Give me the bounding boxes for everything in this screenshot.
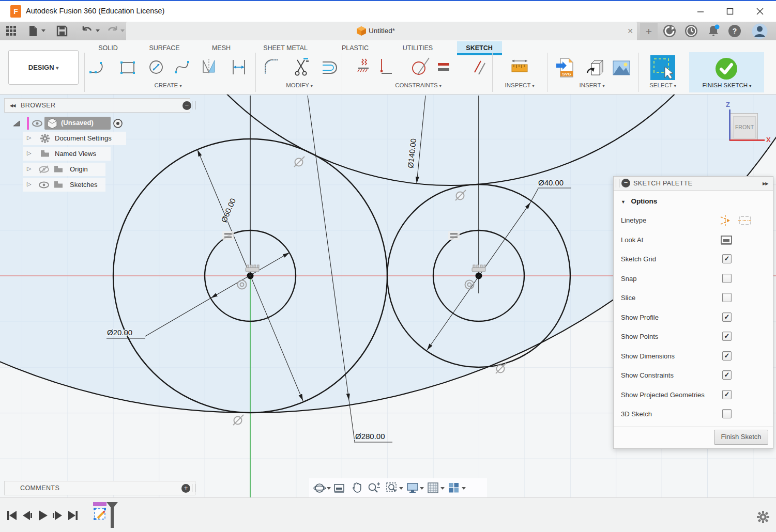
trim-tool-icon[interactable] [293,56,310,79]
sketch-grid-checkbox[interactable]: ✓ [722,254,732,263]
tab-plastic[interactable]: PLASTIC [342,42,369,54]
close-button[interactable] [755,6,765,17]
snap-checkbox[interactable] [722,274,732,283]
timeline-go-to-start-button[interactable] [6,510,18,521]
viewcube[interactable]: FRONT Z X [719,98,775,147]
show-dimensions-checkbox[interactable]: ✓ [722,351,732,361]
look-at-plane-icon[interactable] [720,233,733,246]
group-finish-sketch[interactable]: FINISH SKETCH ▾ [703,82,752,88]
tab-utilities[interactable]: UTILITIES [403,42,433,54]
minimize-button[interactable] [695,6,706,17]
job-status-icon[interactable] [684,24,698,38]
app-grid-icon[interactable] [5,25,18,37]
offset-tool-icon[interactable] [321,56,339,79]
group-insert[interactable]: INSERT ▾ [580,82,605,88]
tab-close-icon[interactable]: ✕ [626,26,635,36]
insert-svg-icon[interactable]: SVG [555,56,576,80]
browser-grip[interactable] [192,101,195,109]
pan-icon[interactable] [351,481,363,494]
palette-minimize-icon[interactable]: − [621,179,630,187]
sketch-dimension-icon[interactable] [230,56,248,79]
timeline-step-back-button[interactable] [22,510,33,521]
equal-constraint-icon[interactable] [448,231,460,240]
browser-row-origin[interactable]: ▷ Origin [23,163,105,176]
grid-settings-icon[interactable] [427,482,439,494]
centerline-linetype-icon[interactable] [738,214,752,227]
root-label[interactable]: (Unsaved) [61,119,94,127]
options-section-header[interactable]: ▼ Options [621,196,766,207]
user-avatar[interactable] [752,23,768,39]
comments-grip[interactable] [192,484,195,492]
group-inspect[interactable]: INSPECT ▾ [505,82,535,88]
redo-caret[interactable] [120,29,125,32]
finish-sketch-button[interactable]: Finish Sketch [714,430,768,445]
save-icon[interactable] [56,25,68,37]
group-constraints[interactable]: CONSTRAINTS ▾ [395,82,442,88]
zoom-window-caret[interactable] [399,487,403,490]
select-tool-icon[interactable] [649,54,676,81]
row-label[interactable]: Named Views [55,150,96,158]
viewports-icon[interactable] [448,482,460,494]
help-icon[interactable]: ? [728,24,741,38]
new-tab-button[interactable]: + [640,23,658,40]
visibility-off-eye-icon[interactable] [38,165,50,174]
maximize-button[interactable] [725,6,735,17]
show-points-checkbox[interactable]: ✓ [722,332,732,341]
spline-tool-icon[interactable] [173,56,191,79]
visibility-eye-icon[interactable] [39,181,49,190]
group-create[interactable]: CREATE ▾ [154,82,181,88]
group-modify[interactable]: MODIFY ▾ [286,82,313,88]
tangent-constraint-tool-icon[interactable] [406,56,431,79]
row-label[interactable]: Sketches [70,181,97,189]
display-settings-caret[interactable] [420,487,424,490]
show-projected-geometries-checkbox[interactable]: ✓ [722,390,732,399]
expander-icon[interactable]: ▷ [27,134,31,141]
fillet-tool-icon[interactable] [263,56,280,79]
root-expander-icon[interactable] [12,120,21,127]
browser-minimize-icon[interactable]: − [182,101,191,110]
mirror-tool-icon[interactable] [200,56,218,79]
construction-linetype-icon[interactable] [719,214,733,227]
tab-sheet-metal[interactable]: SHEET METAL [263,42,308,54]
timeline-sketch-feature[interactable] [93,502,119,529]
show-profile-checkbox[interactable]: ✓ [722,312,732,322]
timeline-play-button[interactable] [37,509,49,522]
undo-caret[interactable] [96,29,100,32]
orbit-caret[interactable] [327,487,331,490]
browser-row-document-settings[interactable]: ▷ Document Settings [23,132,126,145]
redo-icon[interactable] [106,25,119,37]
dimension-d20-label[interactable]: Ø20.00 [107,328,132,337]
undo-icon[interactable] [81,25,93,37]
viewcube-face-label[interactable]: FRONT [733,116,756,138]
zoom-icon[interactable] [367,482,381,494]
orbit-icon[interactable] [313,482,326,494]
browser-row-named-views[interactable]: ▷ Named Views [23,147,111,161]
browser-row-sketches[interactable]: ▷ Sketches [23,178,105,192]
tab-mesh[interactable]: MESH [212,42,231,54]
palette-expand-icon[interactable]: ▶▶ [763,181,768,186]
slice-checkbox[interactable] [722,293,732,302]
insert-mesh-icon[interactable] [585,56,606,80]
parallel-constraint-icon[interactable] [471,56,488,79]
display-settings-icon[interactable] [406,482,419,494]
row-label[interactable]: Document Settings [55,134,112,142]
fix-constraint-icon[interactable] [356,56,371,79]
expander-icon[interactable]: ▷ [27,165,31,172]
tab-surface[interactable]: SURFACE [149,42,179,54]
zoom-window-icon[interactable] [386,482,398,494]
design-menu-button[interactable]: DESIGN ▾ [8,50,79,85]
dimension-d280-label[interactable]: Ø280.00 [355,432,385,441]
visibility-eye-icon[interactable] [32,119,42,128]
timeline-go-to-end-button[interactable] [67,510,79,521]
grid-settings-caret[interactable] [440,487,445,490]
tab-sketch[interactable]: SKETCH [466,42,492,54]
equal-constraint-tool-icon[interactable] [436,56,451,79]
canvas-image-icon[interactable] [611,56,632,80]
expander-icon[interactable]: ▷ [27,181,31,187]
viewports-caret[interactable] [462,487,466,490]
timeline-playhead[interactable] [105,502,119,529]
vertical-horizontal-constraint-icon[interactable] [377,56,394,79]
row-label[interactable]: Origin [70,165,88,173]
extensions-icon[interactable] [663,24,676,38]
browser-root-row[interactable]: (Unsaved) [10,117,191,130]
